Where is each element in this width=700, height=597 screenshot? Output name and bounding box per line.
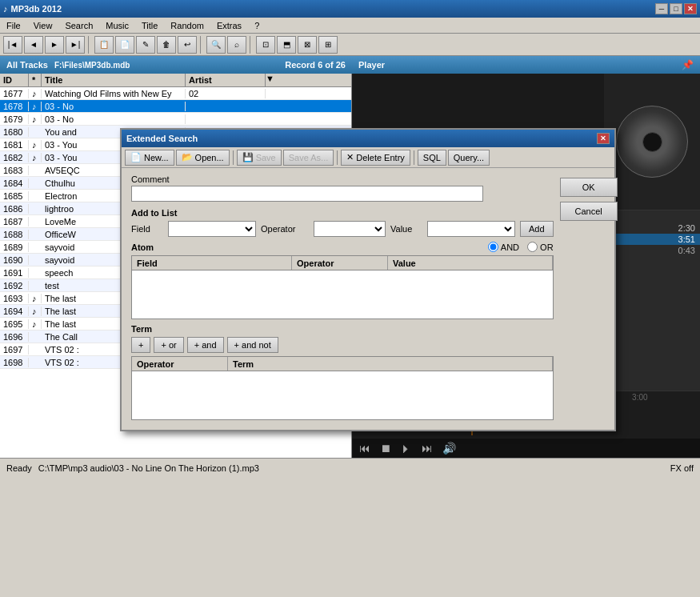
modal-query-button[interactable]: Query... <box>448 150 490 166</box>
or-radio[interactable] <box>527 242 538 252</box>
term-plus-button[interactable]: + <box>131 337 150 353</box>
query-label: Query... <box>454 153 484 162</box>
modal-save-button[interactable]: 💾 Save <box>237 150 282 166</box>
add-button[interactable]: Add <box>520 221 554 237</box>
term-col-term: Term <box>228 357 553 371</box>
save-label: Save <box>256 153 276 162</box>
modal-new-button[interactable]: 📄 New... <box>125 150 174 166</box>
comment-input[interactable] <box>131 186 483 202</box>
save-as-label: Save As... <box>289 153 329 162</box>
delete-icon: ✕ <box>346 152 354 162</box>
term-label: Term <box>131 324 554 334</box>
operator-label: Operator <box>261 224 309 234</box>
modal-title-bar: Extended Search ✕ <box>122 130 614 147</box>
atom-col-value: Value <box>388 256 553 270</box>
atom-col-operator: Operator <box>292 256 388 270</box>
modal-sql-button[interactable]: SQL <box>418 150 446 166</box>
comment-section: Comment <box>131 174 554 202</box>
delete-label: Delete Entry <box>356 153 405 162</box>
or-radio-label[interactable]: OR <box>527 242 554 252</box>
modal-sep3 <box>414 150 414 165</box>
value-select[interactable] <box>427 221 515 237</box>
open-label: Open... <box>195 153 224 162</box>
field-label: Field <box>131 224 163 234</box>
modal-delete-button[interactable]: ✕ Delete Entry <box>341 150 410 166</box>
and-radio[interactable] <box>488 242 498 252</box>
new-icon: 📄 <box>130 152 142 162</box>
modal-save-as-button[interactable]: Save As... <box>283 150 334 166</box>
save-icon: 💾 <box>242 152 254 162</box>
atom-label: Atom <box>131 242 154 252</box>
modal-buttons: OK Cancel <box>560 174 618 423</box>
modal-content: Comment Add to List Field Operator <box>122 168 614 430</box>
term-plus-or-button[interactable]: + or <box>154 337 183 353</box>
add-to-list-row: Field Operator Value Add <box>131 221 554 237</box>
modal-open-button[interactable]: 📂 Open... <box>176 150 230 166</box>
atom-grid-body <box>132 270 553 319</box>
ok-button[interactable]: OK <box>560 178 618 197</box>
modal-title: Extended Search <box>126 134 198 143</box>
atom-section: Atom AND OR <box>131 242 554 319</box>
operator-select[interactable] <box>314 221 386 237</box>
term-plus-and-not-button[interactable]: + and not <box>227 337 278 353</box>
term-col-operator: Operator <box>132 357 228 371</box>
comment-label: Comment <box>131 174 554 184</box>
modal-form-left: Comment Add to List Field Operator <box>131 174 554 423</box>
open-icon: 📂 <box>182 152 193 162</box>
atom-col-field: Field <box>132 256 292 270</box>
term-plus-and-button[interactable]: + and <box>187 337 224 353</box>
modal-close-button[interactable]: ✕ <box>597 133 610 144</box>
add-to-list-section: Add to List Field Operator Value <box>131 208 554 237</box>
atom-row: Atom AND OR <box>131 242 554 252</box>
atom-grid-header: Field Operator Value <box>132 256 553 270</box>
term-grid: Operator Term <box>131 356 554 420</box>
and-label: AND <box>501 242 519 252</box>
term-section: Term + + or + and + and not Operator Ter… <box>131 324 554 420</box>
term-grid-body <box>132 371 553 419</box>
new-label: New... <box>144 153 169 162</box>
atom-grid: Field Operator Value <box>131 255 554 319</box>
sql-label: SQL <box>423 153 441 162</box>
cancel-button[interactable]: Cancel <box>560 202 618 221</box>
term-btn-row: + + or + and + and not <box>131 337 554 353</box>
modal-overlay: Extended Search ✕ 📄 New... 📂 Open... 💾 S… <box>0 0 700 597</box>
extended-search-dialog: Extended Search ✕ 📄 New... 📂 Open... 💾 S… <box>120 128 616 431</box>
modal-sep2 <box>337 150 338 165</box>
atom-radio-group: AND OR <box>488 242 554 252</box>
value-label: Value <box>390 224 422 234</box>
modal-toolbar: 📄 New... 📂 Open... 💾 Save Save As... ✕ D… <box>122 147 614 168</box>
add-to-list-label: Add to List <box>131 208 554 218</box>
field-select[interactable] <box>168 221 256 237</box>
term-grid-header: Operator Term <box>132 357 553 371</box>
and-radio-label[interactable]: AND <box>488 242 519 252</box>
or-label: OR <box>540 242 554 252</box>
modal-sep1 <box>233 150 234 165</box>
